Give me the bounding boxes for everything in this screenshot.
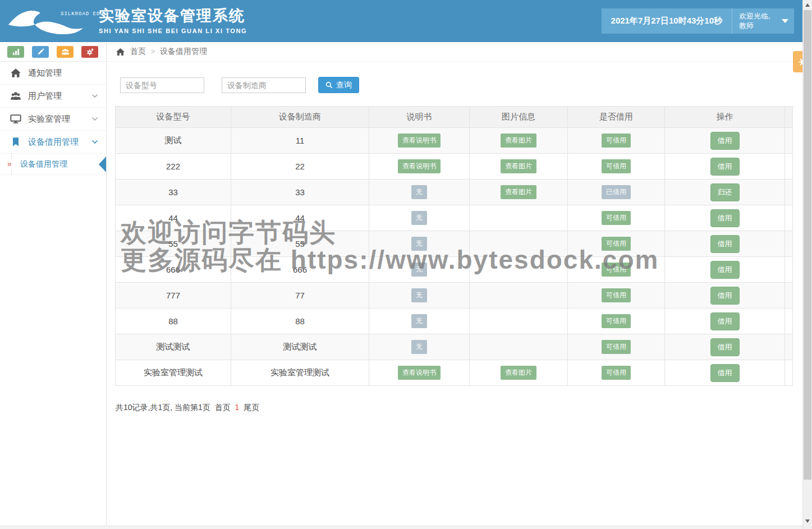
image-cell: 查看图片 — [470, 128, 568, 154]
image-badge[interactable]: 查看图片 — [501, 159, 536, 173]
breadcrumb-current: 设备借用管理 — [160, 47, 207, 57]
app-subtitle: SHI YAN SHI SHE BEI GUAN LI XI TONG — [99, 27, 247, 34]
sidebar: 通知管理 用户管理 实验室管理 — [0, 42, 107, 529]
action-button[interactable]: 借用 — [710, 364, 740, 382]
action-button[interactable]: 借用 — [710, 287, 740, 305]
action-button[interactable]: 借用 — [710, 338, 740, 356]
manual-cell: 无 — [369, 180, 470, 205]
users-icon — [10, 91, 21, 101]
pagination-current-page[interactable]: 1 — [235, 403, 240, 412]
status-badge: 可借用 — [602, 263, 631, 277]
action-button[interactable]: 借用 — [710, 209, 740, 227]
chevron-down-icon — [91, 140, 98, 144]
manual-badge[interactable]: 查看说明书 — [398, 366, 441, 380]
sidebar-quick-buttons — [0, 42, 106, 62]
stub-cell — [785, 154, 793, 180]
breadcrumb-home[interactable]: 首页 — [130, 47, 146, 57]
stub-cell — [785, 309, 793, 334]
maker-search-input[interactable] — [222, 77, 306, 93]
action-cell: 借用 — [665, 128, 785, 154]
cell-model: 88 — [116, 309, 231, 334]
manual-badge[interactable]: 查看说明书 — [398, 134, 441, 148]
status-badge: 可借用 — [602, 288, 631, 302]
pagination-first[interactable]: 首页 — [215, 403, 231, 412]
table-row: 77777无可借用借用 — [116, 283, 793, 309]
chart-button[interactable] — [7, 46, 24, 58]
manual-badge: 无 — [411, 314, 427, 328]
col-header-status: 是否借用 — [568, 107, 665, 128]
table-row: 测试测试测试测试无可借用借用 — [116, 334, 793, 360]
edit-button[interactable] — [32, 46, 49, 58]
action-cell: 借用 — [665, 205, 785, 231]
image-badge[interactable]: 查看图片 — [501, 366, 536, 380]
home-icon — [10, 68, 21, 78]
cogs-icon — [86, 48, 94, 56]
query-button[interactable]: 查询 — [318, 77, 359, 93]
sidebar-item-label: 实验室管理 — [28, 114, 70, 125]
sidebar-subitem-borrow[interactable]: » 设备借用管理 — [0, 154, 106, 175]
settings-button[interactable] — [81, 46, 98, 58]
model-search-input[interactable] — [120, 77, 204, 93]
manual-badge[interactable]: 查看说明书 — [398, 159, 441, 173]
sidebar-item-borrow[interactable]: 设备借用管理 — [0, 131, 106, 154]
action-cell: 借用 — [665, 154, 785, 180]
manual-cell: 无 — [369, 231, 470, 257]
sidebar-item-users[interactable]: 用户管理 — [0, 85, 106, 108]
scroll-down-arrow[interactable] — [803, 517, 812, 526]
home-icon — [116, 48, 125, 56]
equipment-table-wrap: 设备型号 设备制造商 说明书 图片信息 是否借用 操作 测试11查看说明书查看图… — [115, 106, 793, 386]
cell-maker: 666 — [231, 257, 369, 283]
sidebar-item-label: 设备借用管理 — [28, 137, 79, 148]
status-cell: 可借用 — [568, 360, 665, 386]
sidebar-item-label: 用户管理 — [28, 91, 62, 102]
status-cell: 已借用 — [568, 180, 665, 205]
stub-cell — [785, 231, 793, 257]
cell-model: 测试 — [116, 128, 231, 154]
image-cell — [470, 309, 568, 334]
image-cell: 查看图片 — [470, 180, 568, 205]
action-cell: 借用 — [665, 360, 785, 386]
app-header: SILKROAD EDU 实验室设备管理系统 SHI YAN SHI SHE B… — [0, 0, 812, 42]
image-cell — [470, 205, 568, 231]
cell-model: 55 — [116, 231, 231, 257]
action-button[interactable]: 借用 — [710, 132, 740, 150]
cell-maker: 77 — [231, 283, 369, 309]
scrollbar-thumb[interactable] — [804, 10, 811, 480]
status-cell: 可借用 — [568, 154, 665, 180]
image-badge[interactable]: 查看图片 — [501, 134, 536, 148]
image-cell: 查看图片 — [470, 154, 568, 180]
action-button[interactable]: 借用 — [710, 235, 740, 253]
stub-cell — [785, 283, 793, 309]
cell-maker: 11 — [231, 128, 369, 154]
vertical-scrollbar[interactable] — [802, 0, 812, 529]
sidebar-item-lab[interactable]: 实验室管理 — [0, 108, 106, 131]
manual-badge: 无 — [411, 211, 427, 225]
chevron-down-icon — [91, 117, 98, 121]
manual-cell: 无 — [369, 257, 470, 283]
sidebar-item-notice[interactable]: 通知管理 — [0, 62, 106, 85]
action-button[interactable]: 借用 — [710, 158, 740, 176]
chevron-down-icon — [91, 94, 98, 98]
col-header-action: 操作 — [665, 107, 785, 128]
users-button[interactable] — [57, 46, 74, 58]
scroll-up-arrow[interactable] — [803, 1, 812, 10]
action-cell: 借用 — [665, 309, 785, 334]
stub-cell — [785, 128, 793, 154]
user-menu[interactable]: 欢迎光临, 教师 — [732, 8, 794, 34]
pencil-icon — [36, 48, 45, 56]
cell-maker: 33 — [231, 180, 369, 205]
table-header-row: 设备型号 设备制造商 说明书 图片信息 是否借用 操作 — [116, 107, 793, 128]
status-cell: 可借用 — [568, 231, 665, 257]
sidebar-subitem-label: 设备借用管理 — [20, 159, 67, 169]
action-button[interactable]: 借用 — [710, 312, 740, 330]
action-cell: 借用 — [665, 334, 785, 360]
image-badge[interactable]: 查看图片 — [501, 185, 536, 199]
action-button[interactable]: 借用 — [710, 261, 740, 279]
action-button[interactable]: 归还 — [710, 183, 740, 201]
action-cell: 归还 — [665, 180, 785, 205]
breadcrumb-separator: > — [151, 48, 155, 56]
horizontal-scrollbar[interactable] — [0, 526, 802, 529]
pagination-last[interactable]: 尾页 — [244, 403, 259, 412]
pagination-summary: 共10记录,共1页, 当前第1页 — [116, 403, 210, 412]
table-row: 测试11查看说明书查看图片可借用借用 — [116, 128, 793, 154]
